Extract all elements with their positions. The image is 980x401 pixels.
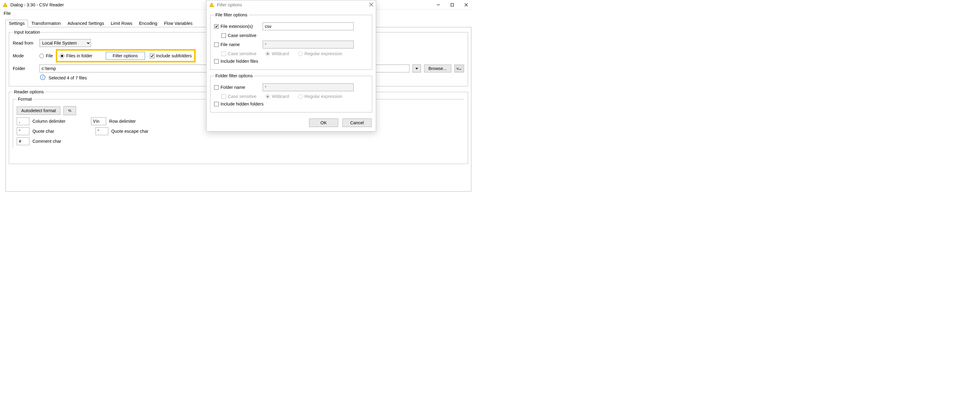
tab-advanced[interactable]: Advanced Settings	[64, 20, 107, 27]
menu-file[interactable]: File	[2, 10, 12, 16]
file-name-case-sensitive-label: Case sensitive	[228, 51, 256, 56]
dialog-title: Filter options	[217, 2, 242, 7]
flow-variable-icon: v	[457, 67, 462, 70]
tab-transformation[interactable]: Transformation	[28, 20, 64, 27]
column-delimiter-label: Column delimiter	[32, 119, 65, 124]
folder-name-wildcard-radio: Wildcard	[266, 94, 289, 99]
file-filter-options-legend: File filter options	[214, 13, 249, 17]
flow-variable-button[interactable]: v	[454, 65, 464, 73]
folder-name-case-sensitive-checkbox: Case sensitive	[221, 94, 256, 99]
tab-limit-rows[interactable]: Limit Rows	[107, 20, 135, 27]
ok-button[interactable]: OK	[309, 119, 338, 127]
mode-file-radio[interactable]: File	[40, 53, 53, 58]
folder-history-dropdown[interactable]	[412, 65, 421, 73]
file-name-regex-label: Regular expression	[304, 51, 342, 56]
mode-files-in-folder-radio[interactable]: Files in folder	[60, 53, 101, 58]
row-delimiter-label: Row delimiter	[109, 119, 136, 124]
file-ext-case-sensitive-checkbox[interactable]: Case sensitive	[221, 33, 256, 38]
info-icon: i	[40, 74, 46, 81]
svg-rect-2	[451, 3, 454, 6]
folder-name-regex-label: Regular expression	[304, 94, 342, 99]
quote-char-label: Quote char	[32, 129, 54, 134]
include-hidden-files-checkbox[interactable]: Include hidden files	[214, 59, 258, 63]
mode-label: Mode	[13, 53, 37, 58]
quote-char-input[interactable]	[17, 127, 29, 135]
file-name-wildcard-label: Wildcard	[272, 51, 289, 56]
comment-char-label: Comment char	[32, 139, 61, 144]
folder-name-label: Folder name	[221, 85, 245, 90]
include-hidden-files-label: Include hidden files	[221, 59, 258, 63]
include-hidden-folders-checkbox[interactable]: Include hidden folders	[214, 101, 264, 106]
filter-options-button[interactable]: Filter options	[106, 52, 145, 60]
file-name-wildcard-radio: Wildcard	[266, 51, 289, 56]
highlighted-region: Files in folder Filter options Include s…	[56, 49, 196, 62]
file-ext-case-sensitive-label: Case sensitive	[228, 33, 256, 38]
selected-files-text: Selected 4 of 7 files	[49, 76, 87, 80]
folder-name-case-sensitive-label: Case sensitive	[228, 94, 256, 99]
file-name-regex-radio: Regular expression	[298, 51, 342, 56]
svg-marker-5	[415, 68, 418, 70]
comment-char-input[interactable]	[17, 137, 29, 145]
dialog-close-button[interactable]	[369, 2, 373, 8]
file-filter-options-group: File filter options File extension(s) Ca…	[210, 13, 372, 70]
filter-options-dialog: Filter options File filter options File …	[206, 0, 376, 132]
row-delimiter-input[interactable]	[91, 117, 106, 125]
window-title: Dialog - 3:30 - CSV Reader	[10, 2, 64, 7]
reader-options-legend: Reader options	[13, 89, 45, 94]
read-from-label: Read from	[13, 41, 37, 46]
folder-filter-options-legend: Folder filter options	[214, 73, 254, 78]
folder-name-checkbox[interactable]: Folder name	[214, 85, 259, 90]
autodetect-format-button[interactable]: Autodetect format	[17, 106, 60, 115]
window-close-button[interactable]	[459, 0, 473, 10]
read-from-select[interactable]: Local File System	[40, 39, 91, 47]
file-name-label: File name	[221, 42, 240, 47]
tab-settings[interactable]: Settings	[5, 20, 28, 27]
file-extension-label: File extension(s)	[221, 24, 253, 29]
folder-name-input[interactable]	[262, 83, 354, 91]
file-name-checkbox[interactable]: File name	[214, 42, 259, 47]
app-icon	[2, 2, 8, 8]
file-extension-input[interactable]	[262, 22, 354, 30]
quote-escape-char-label: Quote escape char	[111, 129, 149, 134]
file-extension-checkbox[interactable]: File extension(s)	[214, 24, 259, 29]
folder-name-regex-radio: Regular expression	[298, 94, 342, 99]
svg-text:v: v	[457, 67, 459, 70]
include-hidden-folders-label: Include hidden folders	[221, 101, 264, 106]
dialog-icon	[209, 2, 215, 8]
file-name-case-sensitive-checkbox: Case sensitive	[221, 51, 256, 56]
column-delimiter-input[interactable]	[17, 117, 29, 125]
folder-label: Folder	[13, 66, 37, 71]
file-name-input[interactable]	[262, 41, 354, 49]
window-maximize-button[interactable]	[445, 0, 459, 10]
tab-flow-variables[interactable]: Flow Variables	[161, 20, 196, 27]
include-subfolders-label: Include subfolders	[156, 53, 192, 58]
svg-marker-10	[210, 3, 214, 7]
autodetect-settings-button[interactable]	[64, 106, 76, 115]
window-minimize-button[interactable]	[431, 0, 445, 10]
input-location-legend: Input location	[13, 30, 41, 35]
svg-marker-0	[3, 2, 7, 6]
tab-encoding[interactable]: Encoding	[135, 20, 161, 27]
folder-name-wildcard-label: Wildcard	[272, 94, 289, 99]
folder-filter-options-group: Folder filter options Folder name Case s…	[210, 73, 372, 113]
gear-icon	[68, 108, 72, 113]
mode-file-radio-label: File	[46, 53, 53, 58]
format-legend: Format	[17, 97, 33, 101]
browse-button[interactable]: Browse...	[424, 65, 451, 73]
include-subfolders-checkbox[interactable]: Include subfolders	[150, 53, 192, 58]
quote-escape-char-input[interactable]	[95, 127, 108, 135]
cancel-button[interactable]: Cancel	[342, 119, 372, 127]
mode-files-in-folder-radio-label: Files in folder	[66, 53, 92, 58]
